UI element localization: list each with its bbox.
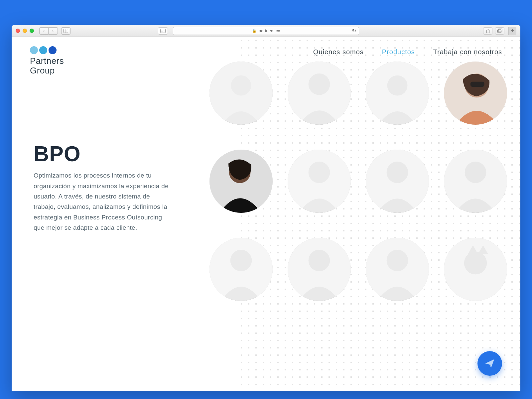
brand-logo[interactable]: Partners Group	[30, 46, 64, 75]
maximize-window-button[interactable]	[30, 29, 34, 33]
brand-line-1: Partners	[30, 56, 64, 66]
reload-button[interactable]: ↻	[352, 28, 356, 34]
svg-point-15	[387, 75, 408, 96]
nav-item-about[interactable]: Quienes somos	[313, 48, 364, 56]
tabs-button[interactable]	[495, 27, 504, 35]
people-grid	[209, 62, 507, 301]
logo-dot-2	[39, 46, 47, 54]
avatar-cell-highlight	[209, 150, 273, 213]
sidebar-toggle-button[interactable]	[61, 27, 70, 35]
svg-point-11	[231, 75, 251, 96]
svg-point-28	[230, 250, 252, 271]
svg-rect-18	[470, 82, 484, 87]
svg-rect-21	[288, 150, 351, 213]
svg-point-22	[309, 162, 330, 183]
svg-marker-35	[468, 245, 478, 254]
avatar-cell	[209, 238, 273, 301]
avatar-cell	[288, 150, 351, 213]
brand-name: Partners Group	[30, 56, 64, 75]
svg-rect-33	[444, 238, 507, 301]
page-content: Partners Group Quienes somos Productos T…	[12, 37, 520, 391]
svg-point-13	[309, 73, 330, 95]
browser-titlebar: ‹ › 🔒 partners.cx ↻ +	[12, 25, 520, 37]
svg-rect-0	[64, 29, 68, 33]
back-button[interactable]: ‹	[39, 27, 49, 35]
address-bar[interactable]: 🔒 partners.cx ↻	[173, 27, 359, 35]
avatar-cell	[444, 238, 507, 301]
titlebar-right-controls: +	[483, 27, 516, 35]
logo-dot-3	[49, 46, 57, 54]
svg-point-34	[464, 252, 487, 274]
svg-rect-23	[366, 150, 429, 213]
lock-icon: 🔒	[252, 29, 257, 33]
primary-nav: Quienes somos Productos Trabaja con noso…	[313, 46, 502, 56]
avatar-cell	[366, 150, 429, 213]
site-header: Partners Group Quienes somos Productos T…	[12, 37, 520, 75]
svg-marker-36	[478, 245, 488, 254]
new-tab-button[interactable]: +	[508, 27, 516, 35]
svg-rect-25	[444, 150, 507, 213]
share-button[interactable]	[483, 27, 492, 35]
svg-point-24	[387, 162, 408, 183]
svg-rect-31	[366, 238, 429, 301]
svg-point-32	[387, 250, 408, 271]
hero-body: Optimizamos los procesos internos de tu …	[34, 170, 171, 233]
url-host: partners.cx	[259, 28, 280, 33]
svg-point-26	[465, 162, 486, 183]
svg-rect-9	[498, 29, 502, 32]
hero-section: BPO Optimizamos los procesos internos de…	[12, 75, 171, 233]
svg-rect-8	[497, 30, 501, 33]
svg-point-30	[309, 250, 330, 271]
logo-dots	[30, 46, 64, 54]
avatar-cell	[288, 238, 351, 301]
logo-dot-1	[30, 46, 38, 54]
close-window-button[interactable]	[16, 29, 20, 33]
forward-button[interactable]: ›	[49, 27, 58, 35]
svg-rect-29	[288, 238, 351, 301]
brand-line-2: Group	[30, 66, 64, 75]
browser-window: ‹ › 🔒 partners.cx ↻ +	[12, 25, 520, 391]
avatar-cell	[444, 150, 507, 213]
reader-mode-button[interactable]	[158, 27, 168, 35]
nav-back-forward: ‹ ›	[39, 27, 58, 35]
hero-title: BPO	[34, 142, 171, 166]
nav-item-products[interactable]: Productos	[382, 48, 415, 56]
chat-fab[interactable]	[477, 351, 502, 376]
nav-item-careers[interactable]: Trabaja con nosotros	[433, 48, 502, 56]
avatar-cell	[366, 238, 429, 301]
paper-plane-icon	[484, 358, 495, 369]
window-controls	[16, 29, 34, 33]
svg-rect-27	[209, 238, 273, 301]
minimize-window-button[interactable]	[23, 29, 27, 33]
